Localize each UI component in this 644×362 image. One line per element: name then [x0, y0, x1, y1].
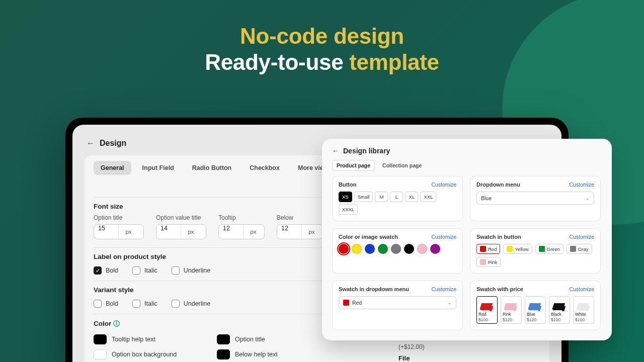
swatch-button-green[interactable]: Green: [535, 244, 564, 254]
variant-italic-checkbox[interactable]: Italic: [132, 300, 157, 308]
label-italic-text: Italic: [144, 267, 157, 274]
size-xxxl[interactable]: XXXL: [339, 204, 358, 215]
customize-link[interactable]: Customize: [569, 286, 594, 292]
chevron-down-icon: ⌄: [586, 196, 590, 201]
below-label: Below: [277, 214, 323, 221]
back-arrow-icon[interactable]: ←: [87, 139, 95, 148]
tab-input-field[interactable]: Input Field: [135, 161, 181, 175]
unit-px: px: [243, 225, 263, 239]
color-item[interactable]: Below help text: [217, 349, 310, 359]
lib-tab-product[interactable]: Product page: [332, 160, 375, 171]
swatch-black[interactable]: [404, 244, 414, 254]
swatch-yellow[interactable]: [352, 244, 362, 254]
tooltip-label: Tooltip: [218, 214, 265, 221]
price-name: Black: [551, 312, 568, 317]
hero-line1: No-code design: [0, 23, 644, 49]
shoe-thumb: [551, 298, 568, 311]
swatch-green[interactable]: [378, 244, 388, 254]
swatch-gray[interactable]: [391, 244, 401, 254]
color-item[interactable]: Option title: [217, 334, 310, 344]
swatch-button-yellow[interactable]: Yellow: [503, 244, 532, 254]
price-option-red[interactable]: Red$100: [476, 296, 498, 324]
size-xs[interactable]: XS: [339, 192, 352, 202]
label-italic-checkbox[interactable]: Italic: [132, 266, 157, 275]
price-option-blue[interactable]: Blue$120: [525, 296, 546, 324]
price-option-black[interactable]: Black$100: [549, 296, 570, 324]
unit-px: px: [181, 225, 201, 239]
checkbox-icon: ✓: [94, 266, 102, 275]
shoe-thumb: [503, 298, 520, 311]
color-label: Option box background: [112, 351, 177, 358]
color-label: Tooltip help text: [112, 336, 155, 343]
hero-line2: Ready-to-use template: [0, 49, 644, 75]
dropdown-swatch-red[interactable]: Red ⌄: [339, 296, 456, 309]
price-name: Pink: [503, 312, 520, 317]
size-l[interactable]: L: [390, 192, 403, 202]
tooltip-value[interactable]: 12: [219, 225, 243, 239]
swatch-button-red[interactable]: Red: [476, 244, 500, 254]
shoe-thumb: [478, 298, 496, 311]
lib-tab-collection[interactable]: Collection page: [378, 160, 426, 171]
customize-link[interactable]: Customize: [431, 286, 456, 292]
dropdown-blue[interactable]: Blue⌄: [476, 192, 594, 205]
color-label: Option title: [235, 336, 265, 343]
dropdown-value: Blue: [481, 195, 492, 201]
size-m[interactable]: M: [375, 192, 388, 202]
size-xxl[interactable]: XXL: [420, 192, 436, 202]
below-input[interactable]: 12px: [277, 224, 323, 239]
customize-link[interactable]: Customize: [431, 182, 456, 188]
card-swatch-button: Swatch in buttonCustomize RedYellowGreen…: [470, 228, 601, 274]
checkbox-icon: [94, 300, 102, 308]
color-item[interactable]: Option box background: [94, 349, 187, 359]
variant-bold-checkbox[interactable]: Bold: [94, 300, 118, 308]
opt-value-title-input[interactable]: 14px: [156, 224, 206, 239]
opt-value-title-value[interactable]: 14: [156, 225, 181, 239]
color-swatch[interactable]: [217, 349, 230, 359]
label-bold-checkbox[interactable]: ✓Bold: [94, 266, 118, 275]
swatch-blue[interactable]: [365, 244, 375, 254]
swatch-square-icon: [480, 246, 486, 252]
checkbox-icon: [172, 300, 180, 308]
price-option-pink[interactable]: Pink$120: [501, 296, 522, 324]
price-value: $120: [503, 318, 520, 322]
label-underline-checkbox[interactable]: Underline: [172, 266, 211, 275]
back-arrow-icon[interactable]: ←: [332, 147, 339, 155]
tab-checkbox[interactable]: Checkbox: [243, 161, 287, 175]
color-swatch[interactable]: [94, 349, 107, 359]
color-item[interactable]: Tooltip help text: [94, 334, 187, 344]
customize-link[interactable]: Customize: [569, 234, 594, 240]
swatch-pink[interactable]: [417, 244, 427, 254]
help-icon[interactable]: ⓘ: [113, 320, 120, 327]
card-swatch-dd-title: Swatch in dropdown menu: [339, 286, 409, 292]
swatch-square-icon: [570, 246, 576, 252]
color-swatch[interactable]: [217, 334, 230, 344]
size-xl[interactable]: XL: [405, 192, 418, 202]
swatch-button-gray[interactable]: Gray: [567, 244, 592, 254]
swatch-square-icon: [343, 300, 349, 306]
price-name: Blue: [527, 312, 544, 317]
swatch-button-label: Pink: [488, 259, 497, 265]
variant-bold-text: Bold: [106, 300, 118, 307]
swatch-square-icon: [507, 246, 513, 252]
customize-link[interactable]: Customize: [431, 234, 456, 240]
price-value: $100: [575, 318, 592, 322]
card-swatch-price: Swatch with priceCustomize Red$100Pink$1…: [470, 281, 601, 330]
color-swatch[interactable]: [94, 334, 107, 344]
swatch-button-label: Gray: [578, 246, 589, 252]
page-title: Design: [100, 139, 126, 148]
customize-link[interactable]: Customize: [569, 182, 594, 188]
tooltip-input[interactable]: 12px: [218, 224, 265, 239]
swatch-purple[interactable]: [430, 244, 440, 254]
swatch-button-pink[interactable]: Pink: [476, 257, 501, 267]
opt-title-value[interactable]: 15: [94, 225, 118, 239]
tab-general[interactable]: General: [94, 161, 131, 175]
below-value[interactable]: 12: [277, 225, 301, 239]
hero-line2-a: Ready-to-use: [205, 50, 349, 74]
swatch-red[interactable]: [339, 244, 349, 254]
opt-title-input[interactable]: 15px: [94, 224, 144, 239]
tab-radio-button[interactable]: Radio Button: [185, 161, 238, 175]
price-option-white[interactable]: White$100: [573, 296, 594, 324]
card-button-title: Button: [339, 182, 356, 188]
variant-underline-checkbox[interactable]: Underline: [172, 300, 211, 308]
size-small[interactable]: Small: [354, 192, 373, 202]
